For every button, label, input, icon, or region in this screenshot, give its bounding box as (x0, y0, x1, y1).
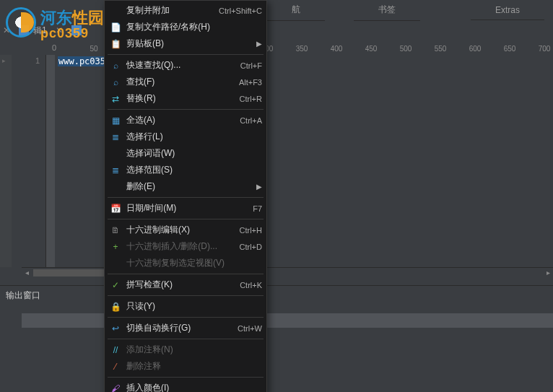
menu-item-24[interactable]: ↩切换自动换行(G)Ctrl+W (105, 320, 266, 336)
menu-shortcut: Ctrl+Shift+C (219, 6, 262, 15)
menu-item-9[interactable]: ≣选择行(L) (105, 129, 266, 145)
menu-shortcut: Ctrl+R (240, 95, 262, 103)
menu-shortcut: Ctrl+W (238, 324, 262, 333)
menu-separator (108, 339, 264, 339)
menu-item-20[interactable]: ✓拼写检查(K)Ctrl+K (105, 276, 266, 293)
menu-shortcut: Alt+F3 (239, 78, 262, 87)
menu-item-26: //添加注释(N) (105, 341, 266, 358)
nav-navigation[interactable]: 航 (267, 0, 325, 21)
menu-separator (108, 54, 264, 55)
file-icon (71, 25, 82, 35)
menu-item-5[interactable]: ⌕查找(F)Alt+F3 (105, 74, 266, 90)
menu-label: 拼写检查(K) (126, 279, 228, 291)
menu-label: 删除注释 (126, 360, 262, 373)
menu-item-29[interactable]: 🖌插入颜色(I) (105, 380, 266, 392)
menu-icon: ⌕ (109, 60, 122, 71)
ruler-number: 700 (539, 45, 551, 53)
menu-label: 添加注释(N) (126, 344, 262, 356)
menu-item-4[interactable]: ⌕快速查找(Q)...Ctrl+F (105, 57, 266, 74)
menu-icon: 📋 (109, 38, 122, 50)
ruler-number: 450 (365, 45, 378, 53)
menu-item-10[interactable]: 选择词语(W) (105, 145, 266, 162)
menu-icon: 🖌 (109, 383, 122, 393)
menu-separator (108, 197, 264, 198)
close-icon[interactable]: ✕ (0, 25, 13, 35)
menu-icon: 📅 (109, 203, 122, 214)
menu-icon: // (109, 344, 122, 356)
bookmark-gutter[interactable]: ▸ (0, 55, 12, 267)
ruler-zero: 0 (52, 43, 56, 52)
menu-icon: ✓ (109, 279, 122, 291)
menu-item-2[interactable]: 📋剪贴板(B)▶ (105, 35, 266, 52)
menu-icon: ▦ (109, 115, 122, 126)
file-icon (19, 25, 29, 35)
menu-icon (109, 181, 122, 193)
output-title: 输出窗口 (0, 286, 553, 305)
menu-label: 选择行(L) (126, 131, 262, 143)
menu-label: 切换自动换行(G) (126, 322, 226, 334)
menu-icon (109, 258, 122, 269)
menu-icon: ⌕ (109, 77, 122, 88)
line-gutter: 1 (12, 55, 46, 267)
horizontal-scrollbar[interactable]: ◂ ▸ (22, 267, 553, 277)
menu-label: 十六进制编辑(X) (126, 224, 228, 236)
ruler-number: 550 (435, 45, 447, 53)
menu-item-22[interactable]: 🔒只读(Y) (105, 298, 266, 315)
nav-extras[interactable]: Extras (471, 1, 544, 20)
menu-item-6[interactable]: ⇄替换(R)Ctrl+R (105, 90, 266, 107)
menu-label: 复制文件路径/名称(H) (126, 21, 262, 33)
output-body[interactable] (22, 313, 553, 328)
menu-label: 选择范围(S) (126, 164, 262, 176)
menu-icon (109, 5, 122, 17)
menu-label: 复制并附加 (126, 4, 207, 17)
ruler-number: 400 (331, 45, 343, 53)
menu-item-1[interactable]: 📄复制文件路径/名称(H) (105, 19, 266, 35)
top-nav: 航 书签 Extras (267, 0, 553, 20)
menu-shortcut: Ctrl+F (240, 61, 262, 70)
ruler-number: 650 (504, 45, 516, 53)
menu-item-14[interactable]: 📅日期/时间(M)F7 (105, 200, 266, 217)
menu-label: 快速查找(Q)... (126, 59, 229, 71)
close-icon[interactable]: ✕ (53, 25, 66, 35)
context-menu: 复制并附加Ctrl+Shift+C📄复制文件路径/名称(H)📋剪贴板(B)▶⌕快… (104, 0, 267, 392)
menu-label: 十六进制插入/删除(D)... (126, 240, 228, 253)
menu-item-12[interactable]: 删除(E)▶ (105, 178, 266, 195)
menu-icon: + (109, 241, 122, 253)
menu-separator (108, 219, 264, 219)
menu-item-16[interactable]: 🗎十六进制编辑(X)Ctrl+H (105, 222, 266, 238)
tab-new[interactable] (66, 22, 87, 39)
menu-icon: ⁄ (109, 361, 122, 373)
nav-bookmarks[interactable]: 书签 (354, 0, 420, 21)
menu-separator (108, 295, 264, 296)
menu-icon: ≣ (109, 165, 122, 176)
menu-item-11[interactable]: ≣选择范围(S) (105, 162, 266, 178)
menu-item-8[interactable]: ▦全选(A)Ctrl+A (105, 112, 266, 129)
menu-separator (108, 317, 264, 318)
menu-label: 替换(R) (126, 92, 228, 105)
menu-item-18: 十六进制复制选定视图(V) (105, 255, 266, 271)
output-panel: 输出窗口 (0, 285, 553, 392)
menu-shortcut: Ctrl+H (240, 226, 262, 235)
scroll-left-icon[interactable]: ◂ (22, 268, 32, 278)
menu-shortcut: Ctrl+K (240, 281, 262, 289)
menu-label: 十六进制复制选定视图(V) (126, 257, 262, 269)
menu-label: 只读(Y) (126, 300, 262, 313)
menu-separator (108, 109, 264, 110)
ruler-number: 600 (469, 45, 482, 53)
menu-separator (108, 274, 264, 274)
menu-label: 选择词语(W) (126, 147, 262, 160)
code-editor[interactable]: ▸ 1 www.pc0359· (0, 55, 553, 267)
menu-label: 全选(A) (126, 114, 228, 126)
ruler-number: 50 (90, 45, 97, 53)
ruler-number: 500 (400, 45, 412, 53)
tab-1[interactable]: 辑1 (13, 21, 53, 40)
menu-label: 删除(E) (126, 180, 249, 193)
tab-bar: ✕ 辑1 ✕ (0, 20, 553, 40)
menu-icon: ↩ (109, 323, 122, 334)
menu-icon: 🗎 (109, 225, 122, 236)
menu-item-27: ⁄删除注释 (105, 358, 266, 375)
submenu-arrow-icon: ▶ (256, 40, 262, 48)
scroll-right-icon[interactable]: ▸ (543, 268, 553, 278)
menu-item-0[interactable]: 复制并附加Ctrl+Shift+C (105, 2, 266, 19)
ruler-number: 350 (296, 45, 308, 53)
